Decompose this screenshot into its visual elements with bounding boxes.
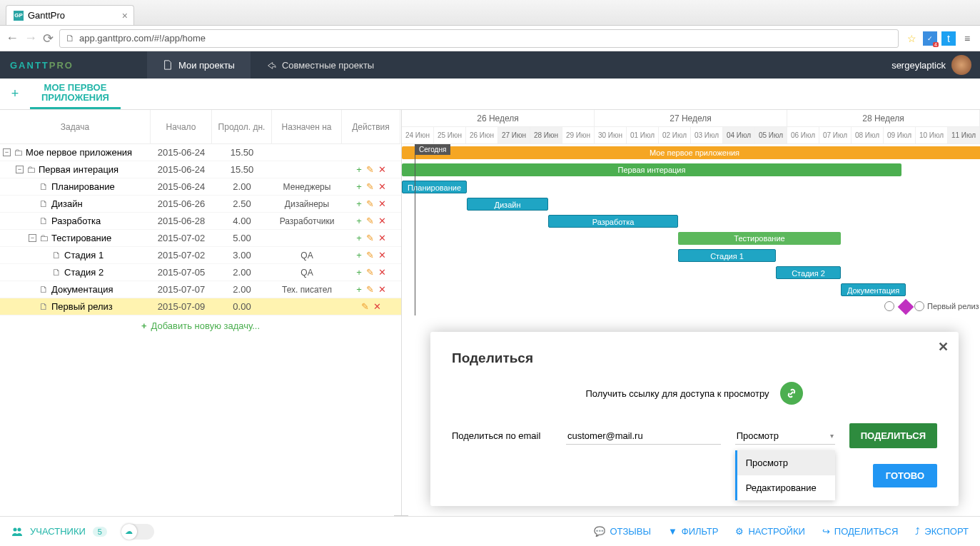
toggle-icon[interactable]: −: [29, 234, 36, 242]
milestone-circle: [884, 301, 894, 311]
task-name: Мое первое приложения: [26, 147, 132, 158]
share-link-button[interactable]: ↪ПОДЕЛИТЬСЯ: [822, 526, 898, 537]
reviews-button[interactable]: 💬ОТЗЫВЫ: [594, 526, 650, 537]
link-button[interactable]: [780, 382, 803, 405]
url-input[interactable]: 🗋 app.ganttpro.com/#!/app/home: [59, 29, 899, 48]
add-icon[interactable]: +: [356, 250, 362, 261]
add-icon[interactable]: +: [356, 198, 362, 209]
file-icon: 🗋: [39, 198, 49, 209]
back-icon[interactable]: ←: [6, 31, 19, 46]
toggle-icon[interactable]: −: [16, 166, 24, 173]
delete-icon[interactable]: ✕: [378, 216, 386, 226]
delete-icon[interactable]: ✕: [378, 284, 386, 295]
edit-icon[interactable]: ✎: [366, 233, 374, 243]
today-label: Сегодня: [415, 144, 450, 155]
task-row[interactable]: 🗋Дизайн2015-06-262.50Дизайнеры+✎✕: [0, 196, 401, 213]
delete-icon[interactable]: ✕: [378, 181, 386, 192]
nav-my-projects[interactable]: Мои проекты: [147, 51, 251, 79]
edit-icon[interactable]: ✎: [366, 181, 374, 192]
task-row[interactable]: 🗋Стадия 22015-07-052.00QA+✎✕: [0, 264, 401, 281]
delete-icon[interactable]: ✕: [378, 198, 386, 209]
settings-button[interactable]: ⚙НАСТРОЙКИ: [735, 526, 804, 537]
new-project-button[interactable]: +: [0, 86, 30, 101]
logo[interactable]: GANTTPRO: [0, 59, 147, 71]
extension-badge-icon[interactable]: ✓4: [923, 31, 937, 46]
forward-icon[interactable]: →: [24, 31, 37, 46]
add-icon[interactable]: +: [356, 181, 362, 192]
task-row[interactable]: −🗀Тестирование2015-07-025.00+✎✕: [0, 230, 401, 247]
delete-icon[interactable]: ✕: [378, 250, 386, 261]
delete-icon[interactable]: ✕: [373, 301, 381, 312]
task-row[interactable]: 🗋Стадия 12015-07-023.00QA+✎✕: [0, 247, 401, 264]
project-tab-active[interactable]: МОЕ ПЕРВОЕ ПРИЛОЖЕНИЯ: [30, 79, 121, 109]
task-row[interactable]: 🗋Первый релиз2015-07-090.00✎✕: [0, 298, 401, 315]
close-tab-icon[interactable]: ×: [122, 10, 128, 21]
participants-button[interactable]: УЧАСТНИКИ 5 ☁: [11, 524, 154, 540]
add-task-button[interactable]: + Добавить новую задачу...: [0, 315, 401, 335]
export-button[interactable]: ⤴ЭКСПОРТ: [915, 526, 969, 537]
gantt-body: Сегодня Мое первое приложенияПервая инте…: [402, 144, 980, 315]
add-icon[interactable]: +: [356, 216, 362, 226]
folder-icon: 🗀: [26, 164, 36, 175]
star-icon[interactable]: ☆: [904, 31, 919, 46]
user-menu[interactable]: sergeylaptick: [891, 55, 980, 75]
add-icon[interactable]: +: [356, 164, 362, 175]
perm-option-edit[interactable]: Редактирование: [737, 475, 835, 500]
toggle-icon[interactable]: −: [3, 148, 11, 156]
menu-icon[interactable]: ≡: [960, 31, 974, 46]
gantt-bar[interactable]: Дизайн: [467, 198, 548, 211]
day-cell: 27 Июн: [498, 127, 530, 143]
edit-icon[interactable]: ✎: [366, 267, 374, 278]
permission-select[interactable]: Просмотр ▾ Просмотр Редактирование: [735, 428, 835, 445]
cell-dur: 4.00: [212, 216, 272, 226]
task-name: Разработка: [51, 216, 101, 226]
gantt-row: Документация: [402, 281, 980, 298]
delete-icon[interactable]: ✕: [378, 164, 386, 175]
task-row[interactable]: 🗋Документация2015-07-072.00Тех. писател+…: [0, 281, 401, 298]
close-modal-button[interactable]: ✕: [938, 339, 949, 355]
avatar: [951, 55, 971, 75]
add-icon[interactable]: +: [356, 233, 362, 243]
milestone-diamond[interactable]: [898, 299, 914, 315]
gantt-row: Первая интерация: [402, 161, 980, 178]
task-row[interactable]: 🗋Разработка2015-06-284.00Разработчики+✎✕: [0, 213, 401, 230]
task-row[interactable]: 🗋Планирование2015-06-242.00Менеджеры+✎✕: [0, 178, 401, 196]
gantt-bar[interactable]: Документация: [841, 283, 906, 296]
cloud-toggle[interactable]: ☁: [121, 524, 154, 540]
task-row[interactable]: −🗀Мое первое приложения2015-06-2415.50: [0, 144, 401, 161]
nav-shared-projects[interactable]: Совместные проекты: [251, 51, 390, 79]
reload-icon[interactable]: ⟳: [43, 31, 54, 46]
share-arrow-icon: ↪: [822, 526, 830, 537]
cell-start: 2015-06-26: [151, 198, 212, 209]
edit-icon[interactable]: ✎: [366, 216, 374, 226]
gantt-bar[interactable]: Мое первое приложения: [402, 146, 980, 159]
gantt-bar[interactable]: Стадия 1: [678, 249, 776, 262]
share-button[interactable]: ПОДЕЛИТЬСЯ: [849, 423, 937, 448]
add-icon[interactable]: +: [356, 284, 362, 295]
edit-icon[interactable]: ✎: [366, 250, 374, 261]
gantt-bar[interactable]: Тестирование: [678, 232, 841, 245]
cell-dur: 2.00: [212, 267, 272, 278]
filter-button[interactable]: ▼ФИЛЬТР: [668, 526, 718, 537]
week-cell: 26 Неделя: [402, 110, 595, 127]
gantt-bar[interactable]: Первая интерация: [402, 163, 901, 176]
email-input[interactable]: [566, 428, 721, 445]
delete-icon[interactable]: ✕: [378, 233, 386, 243]
edit-icon[interactable]: ✎: [366, 284, 374, 295]
gantt-bar[interactable]: Разработка: [548, 215, 678, 228]
edit-icon[interactable]: ✎: [366, 164, 374, 175]
cell-assign: QA: [272, 268, 342, 278]
delete-icon[interactable]: ✕: [378, 267, 386, 278]
browser-tab[interactable]: GP GanttPro ×: [6, 5, 134, 25]
gantt-bar[interactable]: Стадия 2: [776, 266, 841, 279]
cell-start: 2015-06-24: [151, 164, 212, 175]
task-row[interactable]: −🗀Первая интерация2015-06-2415.50+✎✕: [0, 161, 401, 178]
twitter-icon[interactable]: t: [941, 31, 956, 46]
add-icon[interactable]: +: [356, 267, 362, 278]
cell-start: 2015-07-07: [151, 284, 212, 295]
done-button[interactable]: ГОТОВО: [873, 464, 937, 487]
edit-icon[interactable]: ✎: [366, 198, 374, 209]
perm-option-view[interactable]: Просмотр: [737, 450, 835, 475]
edit-icon[interactable]: ✎: [361, 301, 369, 312]
gantt-bar[interactable]: Планирование: [402, 181, 467, 193]
